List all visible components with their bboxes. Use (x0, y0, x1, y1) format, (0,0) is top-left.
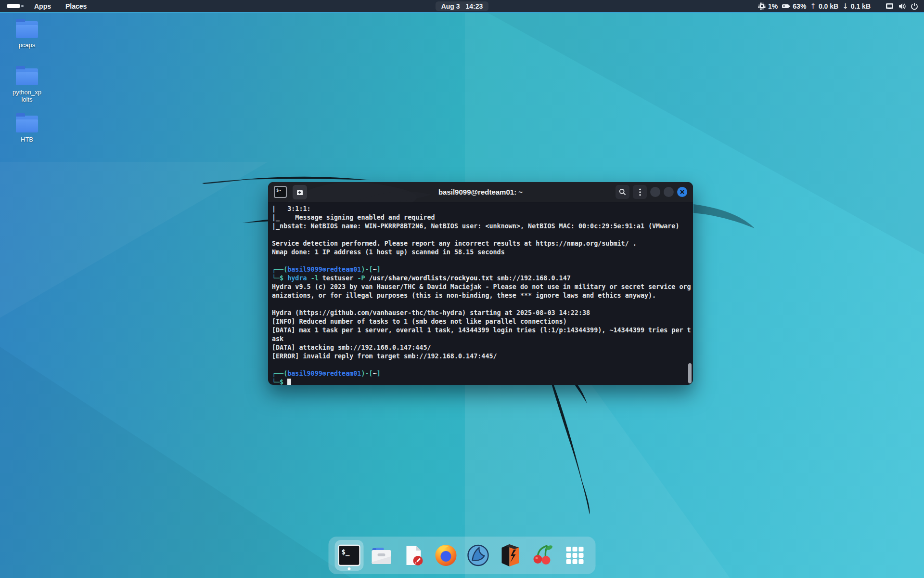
dock-file-manager[interactable] (367, 539, 396, 571)
dock-text-editor[interactable] (399, 539, 428, 571)
cpu-icon (758, 2, 766, 10)
network-icon[interactable] (885, 2, 894, 10)
dock-cherrytree[interactable] (528, 539, 557, 571)
folder-label: pcaps (19, 41, 36, 49)
new-tab-button[interactable] (293, 185, 307, 199)
desktop-folder-pcaps[interactable]: pcaps (4, 18, 50, 66)
folder-label: python_xploits (12, 89, 42, 103)
terminal-output: | 3:1:1:|_ Message signing enabled and r… (272, 205, 689, 385)
clock[interactable]: Aug 3 14:23 (436, 1, 489, 11)
dock-burpsuite[interactable] (496, 539, 525, 571)
menu-kebab-icon (639, 188, 641, 196)
svg-text:$_: $_ (342, 548, 350, 556)
cpu-indicator[interactable]: 1% (758, 2, 778, 10)
dock-firefox[interactable] (432, 539, 461, 571)
terminal-scrollbar[interactable] (688, 363, 692, 383)
close-button[interactable] (677, 187, 687, 197)
clock-time: 14:23 (466, 2, 483, 10)
apps-menu[interactable]: Apps (30, 2, 55, 10)
terminal-body[interactable]: | 3:1:1:|_ Message signing enabled and r… (268, 202, 693, 385)
terminal-tab-icon: $- (274, 186, 287, 198)
search-icon (619, 188, 626, 196)
cpu-value: 1% (768, 2, 778, 10)
dock: $_ (329, 537, 596, 574)
net-down-indicator[interactable]: ↓ 0.1 kB (842, 2, 871, 11)
download-icon: ↓ (842, 2, 848, 11)
file-manager-icon (370, 545, 394, 566)
memory-value: 63% (793, 2, 806, 10)
clock-date: Aug 3 (441, 2, 460, 10)
desktop-folder-htb[interactable]: HTB (4, 113, 50, 160)
menu-button[interactable] (633, 185, 647, 199)
workspace-indicator[interactable] (7, 4, 24, 8)
new-tab-icon (296, 188, 304, 196)
places-menu[interactable]: Places (62, 2, 90, 10)
wireshark-icon (466, 543, 490, 567)
terminal-window: $- basil9099@redteam01: ~ (268, 182, 693, 385)
firefox-icon (434, 543, 458, 567)
top-bar: Apps Places Aug 3 14:23 1% (0, 0, 924, 13)
dock-show-apps[interactable] (561, 539, 590, 571)
minimize-button[interactable] (650, 187, 660, 197)
text-editor-icon (403, 544, 424, 567)
workspace-dot-icon (21, 5, 24, 7)
power-icon[interactable] (911, 2, 918, 10)
desktop-icon-grid: pcaps python_xploits HTB (4, 18, 50, 160)
folder-label: HTB (21, 136, 33, 143)
volume-icon[interactable] (898, 2, 907, 10)
search-button[interactable] (616, 185, 629, 199)
app-grid-icon (565, 545, 586, 566)
terminal-titlebar[interactable]: $- basil9099@redteam01: ~ (268, 182, 693, 202)
workspace-pill-icon (7, 4, 20, 8)
folder-icon (16, 68, 38, 85)
net-down-value: 0.1 kB (851, 2, 871, 10)
memory-icon (782, 3, 790, 10)
burpsuite-icon (499, 543, 522, 567)
terminal-dock-icon: $_ (338, 544, 361, 566)
net-up-value: 0.0 kB (819, 2, 838, 10)
net-up-indicator[interactable]: ↑ 0.0 kB (810, 2, 838, 11)
running-indicator-dot (348, 567, 351, 570)
folder-icon (16, 116, 38, 132)
memory-indicator[interactable]: 63% (782, 2, 806, 10)
close-icon (680, 190, 684, 194)
desktop-folder-python-xploits[interactable]: python_xploits (4, 66, 50, 113)
dock-wireshark[interactable] (464, 539, 493, 571)
maximize-button[interactable] (664, 187, 674, 197)
upload-icon: ↑ (810, 2, 816, 11)
folder-icon (16, 21, 38, 38)
cherrytree-icon (531, 543, 554, 567)
dock-terminal[interactable]: $_ (335, 539, 364, 571)
